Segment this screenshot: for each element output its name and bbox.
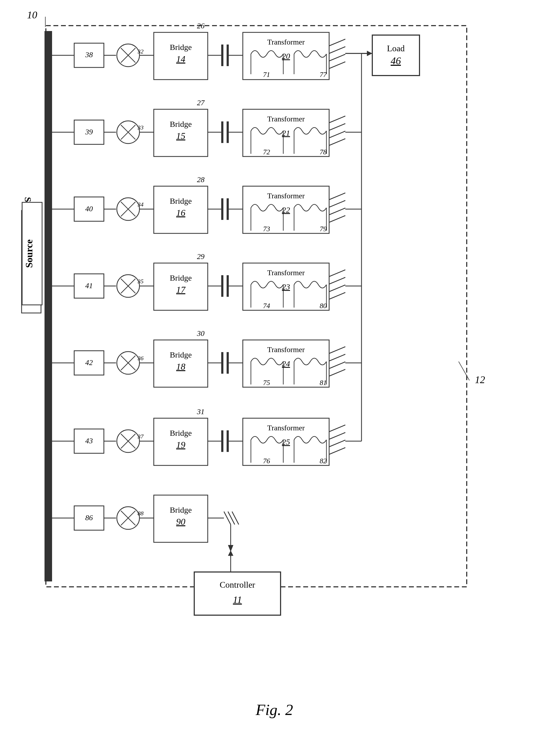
svg-rect-102 [221, 352, 223, 374]
svg-line-24 [329, 47, 345, 53]
inv-37-label: 37 [137, 433, 144, 440]
wire-30: 30 [197, 329, 204, 338]
controller-label: Controller [220, 580, 255, 590]
primary-71: 71 [263, 71, 270, 79]
svg-rect-1 [45, 31, 52, 581]
wire-27: 27 [197, 98, 205, 107]
svg-rect-124 [227, 430, 229, 452]
bridge-14-num: 14 [176, 54, 185, 64]
svg-marker-148 [228, 545, 233, 552]
inv-88-label: 88 [138, 510, 144, 517]
svg-marker-28 [367, 51, 372, 56]
svg-line-140 [121, 511, 135, 525]
trans-25-num: 25 [282, 437, 290, 446]
svg-rect-81 [221, 275, 223, 297]
svg-rect-105 [243, 340, 329, 387]
svg-rect-126 [243, 418, 329, 465]
trans-25-label: Transformer [267, 424, 305, 432]
svg-line-89 [329, 270, 345, 277]
svg-rect-157 [194, 572, 281, 615]
svg-line-133 [329, 440, 345, 447]
secondary-82: 82 [320, 457, 327, 465]
bridge-17-num: 17 [176, 285, 186, 295]
cap-42: 42 [85, 358, 93, 367]
cap-38: 38 [85, 50, 93, 59]
svg-rect-0 [46, 26, 467, 587]
wire-26: 26 [197, 22, 204, 30]
bridge-14-label: Bridge [170, 43, 192, 52]
svg-rect-39 [221, 121, 223, 143]
svg-point-9 [117, 44, 139, 67]
svg-marker-159 [228, 550, 233, 556]
svg-point-54 [117, 198, 139, 220]
inv-33-label: 33 [137, 124, 144, 131]
svg-line-97 [121, 356, 135, 370]
label-10: 10 [27, 9, 37, 21]
svg-line-110 [329, 347, 345, 353]
primary-73: 73 [263, 225, 270, 233]
svg-rect-40 [227, 121, 229, 143]
bridge-18-label: Bridge [170, 350, 192, 359]
svg-line-49 [329, 131, 345, 138]
trans-23-num: 23 [282, 282, 290, 291]
inv-36-label: 36 [137, 355, 144, 362]
svg-line-68 [329, 193, 345, 200]
trans-20-label: Transformer [267, 38, 305, 46]
trans-21-label: Transformer [267, 115, 305, 123]
svg-rect-123 [221, 430, 223, 452]
svg-line-48 [329, 124, 345, 130]
secondary-77: 77 [320, 71, 327, 79]
svg-point-138 [117, 507, 139, 529]
inv-35-label: 35 [137, 278, 144, 285]
svg-rect-63 [243, 186, 329, 233]
primary-72: 72 [263, 148, 270, 156]
svg-rect-100 [154, 340, 208, 387]
svg-point-117 [117, 430, 139, 452]
svg-line-132 [329, 433, 345, 439]
svg-rect-2 [22, 210, 41, 313]
svg-rect-94 [74, 351, 104, 375]
cap-39: 39 [85, 128, 93, 136]
bridge-19-label: Bridge [170, 428, 192, 437]
source-text: Source [24, 239, 35, 268]
trans-24-label: Transformer [267, 345, 305, 354]
svg-line-91 [329, 285, 345, 292]
svg-line-134 [329, 448, 345, 454]
svg-line-34 [121, 125, 135, 139]
svg-line-5 [459, 362, 469, 380]
bridge-18-num: 18 [176, 362, 185, 372]
wire-28: 28 [197, 175, 204, 184]
svg-point-75 [117, 275, 139, 297]
secondary-80: 80 [320, 302, 327, 310]
svg-rect-15 [221, 45, 223, 66]
bridge-17-label: Bridge [170, 273, 192, 282]
svg-rect-13 [154, 32, 208, 80]
trans-22-num: 22 [282, 205, 290, 214]
svg-line-145 [228, 512, 235, 525]
svg-line-98 [121, 356, 135, 370]
svg-rect-58 [154, 186, 208, 233]
bridge-16-num: 16 [176, 208, 185, 218]
svg-line-111 [329, 354, 345, 361]
trans-24-num: 24 [282, 359, 290, 368]
trans-23-label: Transformer [267, 268, 305, 277]
svg-line-10 [121, 48, 135, 63]
secondary-81: 81 [320, 379, 327, 387]
svg-rect-142 [154, 495, 208, 542]
svg-rect-115 [74, 429, 104, 453]
svg-point-96 [117, 352, 139, 374]
svg-line-25 [329, 54, 345, 61]
svg-rect-73 [74, 274, 104, 298]
svg-line-50 [329, 139, 345, 145]
primary-76: 76 [263, 457, 270, 465]
svg-line-55 [121, 202, 135, 216]
svg-line-26 [329, 62, 345, 69]
svg-rect-79 [154, 263, 208, 310]
svg-line-113 [329, 369, 345, 376]
wire-31: 31 [197, 407, 204, 416]
bridge-15-label: Bridge [170, 120, 192, 128]
primary-75: 75 [263, 379, 270, 387]
svg-line-47 [329, 116, 345, 123]
svg-text:Source: Source [23, 197, 33, 224]
svg-line-77 [121, 279, 135, 293]
